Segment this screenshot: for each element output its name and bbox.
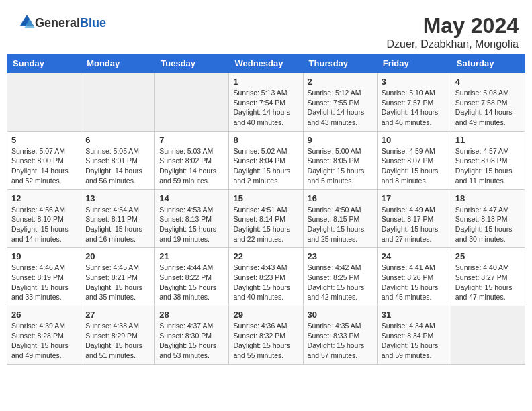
day-info: Sunrise: 4:54 AM Sunset: 8:11 PM Dayligh… xyxy=(85,205,150,244)
day-info: Sunrise: 4:43 AM Sunset: 8:23 PM Dayligh… xyxy=(233,263,298,302)
day-info: Sunrise: 5:00 AM Sunset: 8:05 PM Dayligh… xyxy=(308,146,373,186)
day-info: Sunrise: 4:59 AM Sunset: 8:07 PM Dayligh… xyxy=(382,146,447,186)
calendar-day-cell: 18Sunrise: 4:47 AM Sunset: 8:18 PM Dayli… xyxy=(451,189,525,248)
day-info: Sunrise: 4:51 AM Sunset: 8:14 PM Dayligh… xyxy=(233,205,298,244)
weekday-header: Tuesday xyxy=(155,54,229,73)
day-number: 8 xyxy=(233,135,298,145)
calendar-day-cell: 3Sunrise: 5:10 AM Sunset: 7:57 PM Daylig… xyxy=(377,73,451,132)
calendar-week-row: 1Sunrise: 5:13 AM Sunset: 7:54 PM Daylig… xyxy=(7,73,525,132)
calendar-week-row: 19Sunrise: 4:46 AM Sunset: 8:19 PM Dayli… xyxy=(7,248,525,306)
calendar-day-cell: 24Sunrise: 4:41 AM Sunset: 8:26 PM Dayli… xyxy=(377,248,451,306)
day-info: Sunrise: 4:53 AM Sunset: 8:13 PM Dayligh… xyxy=(159,205,224,244)
day-number: 18 xyxy=(455,193,521,203)
calendar-day-cell: 17Sunrise: 4:49 AM Sunset: 8:17 PM Dayli… xyxy=(377,189,451,248)
day-info: Sunrise: 4:36 AM Sunset: 8:32 PM Dayligh… xyxy=(233,321,298,361)
day-info: Sunrise: 4:41 AM Sunset: 8:26 PM Dayligh… xyxy=(382,263,447,302)
logo: GeneralBlue xyxy=(13,13,106,32)
day-number: 20 xyxy=(85,251,150,261)
day-number: 23 xyxy=(308,251,373,261)
calendar-day-cell: 7Sunrise: 5:03 AM Sunset: 8:02 PM Daylig… xyxy=(155,131,229,189)
calendar-day-cell: 19Sunrise: 4:46 AM Sunset: 8:19 PM Dayli… xyxy=(7,248,81,306)
day-info: Sunrise: 5:05 AM Sunset: 8:01 PM Dayligh… xyxy=(85,146,150,186)
calendar-day-cell xyxy=(7,73,81,132)
calendar-day-cell: 5Sunrise: 5:07 AM Sunset: 8:00 PM Daylig… xyxy=(7,131,81,189)
day-number: 31 xyxy=(382,310,447,320)
calendar-subtitle: Dzuer, Dzabkhan, Mongolia xyxy=(386,38,519,50)
day-number: 25 xyxy=(455,251,521,261)
calendar-day-cell: 26Sunrise: 4:39 AM Sunset: 8:28 PM Dayli… xyxy=(7,306,81,365)
logo-blue: Blue xyxy=(80,16,106,30)
day-info: Sunrise: 5:10 AM Sunset: 7:57 PM Dayligh… xyxy=(382,88,447,128)
day-info: Sunrise: 4:40 AM Sunset: 8:27 PM Dayligh… xyxy=(455,263,521,302)
calendar-day-cell xyxy=(81,73,155,132)
day-info: Sunrise: 5:03 AM Sunset: 8:02 PM Dayligh… xyxy=(159,146,224,186)
day-number: 14 xyxy=(159,193,224,203)
calendar-day-cell: 29Sunrise: 4:36 AM Sunset: 8:32 PM Dayli… xyxy=(229,306,303,365)
calendar-day-cell: 22Sunrise: 4:43 AM Sunset: 8:23 PM Dayli… xyxy=(229,248,303,306)
day-info: Sunrise: 5:12 AM Sunset: 7:55 PM Dayligh… xyxy=(308,88,373,128)
weekday-header: Thursday xyxy=(303,54,377,73)
calendar-day-cell: 27Sunrise: 4:38 AM Sunset: 8:29 PM Dayli… xyxy=(81,306,155,365)
calendar-day-cell: 23Sunrise: 4:42 AM Sunset: 8:25 PM Dayli… xyxy=(303,248,377,306)
calendar-day-cell: 11Sunrise: 4:57 AM Sunset: 8:08 PM Dayli… xyxy=(451,131,525,189)
day-info: Sunrise: 4:46 AM Sunset: 8:19 PM Dayligh… xyxy=(11,263,77,302)
day-info: Sunrise: 4:45 AM Sunset: 8:21 PM Dayligh… xyxy=(85,263,150,302)
day-info: Sunrise: 4:49 AM Sunset: 8:17 PM Dayligh… xyxy=(382,205,447,244)
day-info: Sunrise: 4:47 AM Sunset: 8:18 PM Dayligh… xyxy=(455,205,521,244)
calendar-day-cell: 6Sunrise: 5:05 AM Sunset: 8:01 PM Daylig… xyxy=(81,131,155,189)
day-number: 4 xyxy=(455,77,521,87)
day-info: Sunrise: 4:37 AM Sunset: 8:30 PM Dayligh… xyxy=(159,321,224,361)
day-info: Sunrise: 4:39 AM Sunset: 8:28 PM Dayligh… xyxy=(11,321,77,361)
calendar-week-row: 5Sunrise: 5:07 AM Sunset: 8:00 PM Daylig… xyxy=(7,131,525,189)
day-number: 19 xyxy=(11,251,77,261)
day-number: 2 xyxy=(308,77,373,87)
weekday-header: Wednesday xyxy=(229,54,303,73)
day-number: 12 xyxy=(11,193,77,203)
calendar-day-cell: 1Sunrise: 5:13 AM Sunset: 7:54 PM Daylig… xyxy=(229,73,303,132)
day-number: 17 xyxy=(382,193,447,203)
title-area: May 2024 Dzuer, Dzabkhan, Mongolia xyxy=(386,13,519,50)
day-info: Sunrise: 4:42 AM Sunset: 8:25 PM Dayligh… xyxy=(308,263,373,302)
calendar-table: SundayMondayTuesdayWednesdayThursdayFrid… xyxy=(7,54,525,365)
calendar-day-cell: 4Sunrise: 5:08 AM Sunset: 7:58 PM Daylig… xyxy=(451,73,525,132)
calendar-day-cell: 30Sunrise: 4:35 AM Sunset: 8:33 PM Dayli… xyxy=(303,306,377,365)
day-number: 9 xyxy=(308,135,373,145)
page-header: GeneralBlue May 2024 Dzuer, Dzabkhan, Mo… xyxy=(7,7,525,54)
day-number: 30 xyxy=(308,310,373,320)
day-number: 24 xyxy=(382,251,447,261)
day-number: 15 xyxy=(233,193,298,203)
calendar-day-cell: 28Sunrise: 4:37 AM Sunset: 8:30 PM Dayli… xyxy=(155,306,229,365)
day-info: Sunrise: 4:57 AM Sunset: 8:08 PM Dayligh… xyxy=(455,146,521,186)
day-number: 13 xyxy=(85,193,150,203)
day-info: Sunrise: 5:08 AM Sunset: 7:58 PM Dayligh… xyxy=(455,88,521,128)
calendar-day-cell: 16Sunrise: 4:50 AM Sunset: 8:15 PM Dayli… xyxy=(303,189,377,248)
day-info: Sunrise: 4:44 AM Sunset: 8:22 PM Dayligh… xyxy=(159,263,224,302)
day-number: 10 xyxy=(382,135,447,145)
calendar-day-cell: 12Sunrise: 4:56 AM Sunset: 8:10 PM Dayli… xyxy=(7,189,81,248)
weekday-header: Monday xyxy=(81,54,155,73)
day-number: 3 xyxy=(382,77,447,87)
day-number: 5 xyxy=(11,135,77,145)
calendar-day-cell: 8Sunrise: 5:02 AM Sunset: 8:04 PM Daylig… xyxy=(229,131,303,189)
calendar-day-cell: 13Sunrise: 4:54 AM Sunset: 8:11 PM Dayli… xyxy=(81,189,155,248)
day-number: 7 xyxy=(159,135,224,145)
day-info: Sunrise: 4:56 AM Sunset: 8:10 PM Dayligh… xyxy=(11,205,77,244)
day-info: Sunrise: 4:35 AM Sunset: 8:33 PM Dayligh… xyxy=(308,321,373,361)
logo-icon xyxy=(13,13,35,32)
calendar-day-cell: 20Sunrise: 4:45 AM Sunset: 8:21 PM Dayli… xyxy=(81,248,155,306)
weekday-header: Saturday xyxy=(451,54,525,73)
weekday-header: Friday xyxy=(377,54,451,73)
calendar-week-row: 12Sunrise: 4:56 AM Sunset: 8:10 PM Dayli… xyxy=(7,189,525,248)
calendar-title: May 2024 xyxy=(386,13,519,38)
calendar-week-row: 26Sunrise: 4:39 AM Sunset: 8:28 PM Dayli… xyxy=(7,306,525,365)
day-number: 21 xyxy=(159,251,224,261)
calendar-day-cell: 14Sunrise: 4:53 AM Sunset: 8:13 PM Dayli… xyxy=(155,189,229,248)
day-number: 6 xyxy=(85,135,150,145)
calendar-day-cell: 15Sunrise: 4:51 AM Sunset: 8:14 PM Dayli… xyxy=(229,189,303,248)
calendar-day-cell xyxy=(155,73,229,132)
day-number: 1 xyxy=(233,77,298,87)
day-number: 16 xyxy=(308,193,373,203)
day-info: Sunrise: 5:02 AM Sunset: 8:04 PM Dayligh… xyxy=(233,146,298,186)
calendar-day-cell: 31Sunrise: 4:34 AM Sunset: 8:34 PM Dayli… xyxy=(377,306,451,365)
day-number: 26 xyxy=(11,310,77,320)
